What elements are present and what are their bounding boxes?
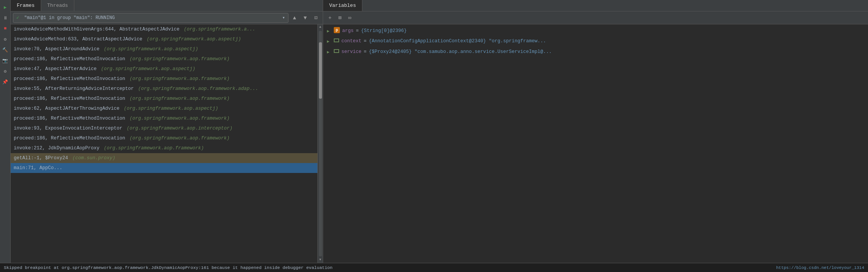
dropdown-chevron-icon: ▾ xyxy=(282,15,285,21)
sidebar-pin-icon[interactable]: 📌 xyxy=(1,78,10,86)
frame-pkg: (org.springframework.aop.aspectj) xyxy=(104,46,199,52)
frame-item[interactable]: invokeAdviceMethodWithGivenArgs:644, Abs… xyxy=(11,24,317,34)
frame-pkg: (com.sun.proxy) xyxy=(72,155,115,161)
frame-method: proceed:186, ReflectiveMethodInvocation xyxy=(14,96,125,101)
frame-method: invoke:212, JdkDynamicAopProxy xyxy=(14,146,99,151)
frame-item[interactable]: proceed:186, ReflectiveMethodInvocation … xyxy=(11,74,317,84)
frame-method: proceed:186, ReflectiveMethodInvocation xyxy=(14,116,125,121)
status-message: Skipped breakpoint at org.springframewor… xyxy=(4,265,776,270)
scroll-down-arrow[interactable]: ▼ xyxy=(319,257,322,263)
left-sidebar: ▶ ⏸ ■ ⚙ 🔨 📷 ⚙ 📌 xyxy=(0,0,11,263)
frames-toolbar: ✓ "main"@1 in group "main": RUNNING ▾ ▲ … xyxy=(11,11,323,24)
expand-icon-args[interactable]: ▶ xyxy=(327,28,332,35)
up-arrow-btn[interactable]: ▲ xyxy=(290,13,299,22)
tab-threads[interactable]: Threads xyxy=(41,0,75,11)
scroll-up-arrow[interactable]: ▲ xyxy=(319,24,322,30)
frame-item[interactable]: proceed:186, ReflectiveMethodInvocation … xyxy=(11,54,317,64)
frame-method: invokeAdviceMethod:633, AbstractAspectJA… xyxy=(14,37,143,42)
thread-dropdown-label: "main"@1 in group "main": RUNNING xyxy=(24,15,115,21)
frame-item[interactable]: proceed:186, ReflectiveMethodInvocation … xyxy=(11,94,317,104)
frame-pkg: (org.springframework.aop.aspectj) xyxy=(101,66,195,72)
var-icon-p-args: p xyxy=(334,27,340,33)
var-icon-rect-context xyxy=(334,38,339,42)
frame-pkg: (org.springframework.aop.framework) xyxy=(130,116,230,121)
frame-method: proceed:186, ReflectiveMethodInvocation xyxy=(14,56,125,62)
expand-icon-service[interactable]: ▶ xyxy=(327,49,332,56)
check-icon: ✓ xyxy=(16,15,19,21)
variables-panel: Variables + ⊞ ∞ ▶ p args = {String[0]@23… xyxy=(323,0,868,263)
frame-item[interactable]: invoke:62, AspectJAfterThrowingAdvice (o… xyxy=(11,104,317,114)
sidebar-stop-icon[interactable]: ■ xyxy=(1,24,10,33)
var-icon-rect-service xyxy=(334,49,339,53)
scroll-thumb xyxy=(319,42,322,99)
frame-item-selected[interactable]: main:71, AppCo... xyxy=(11,163,317,173)
scroll-track xyxy=(319,31,322,256)
frame-pkg: (org.springframework.aop.interceptor) xyxy=(127,126,233,131)
main-container: ▶ ⏸ ■ ⚙ 🔨 📷 ⚙ 📌 Frames Threads ✓ "main"@… xyxy=(0,0,868,263)
down-arrow-btn[interactable]: ▼ xyxy=(301,13,310,22)
var-equals-args: = xyxy=(356,27,359,35)
frame-pkg: (org.springframework.aop.framework) xyxy=(104,146,204,151)
frame-method: invoke:47, AspectJAfterAdvice xyxy=(14,66,97,72)
var-toolbar-icons: + ⊞ ∞ xyxy=(325,13,354,22)
frame-method: invokeAdviceMethodWithGivenArgs:644, Abs… xyxy=(14,27,179,32)
frame-item[interactable]: invoke:212, JdkDynamicAopProxy (org.spri… xyxy=(11,143,317,153)
frames-list: invokeAdviceMethodWithGivenArgs:644, Abs… xyxy=(11,24,317,263)
frames-panel: Frames Threads ✓ "main"@1 in group "main… xyxy=(11,0,323,263)
frame-method: invoke:62, AspectJAfterThrowingAdvice xyxy=(14,106,120,111)
frame-item[interactable]: invoke:70, AspectJAroundAdvice (org.spri… xyxy=(11,44,317,54)
var-eye-btn[interactable]: ∞ xyxy=(345,13,354,22)
frame-pkg: (org.springframework.aop.framework) xyxy=(130,96,230,101)
frame-pkg: (org.springframework.a... xyxy=(184,27,256,32)
frame-method: proceed:186, ReflectiveMethodInvocation xyxy=(14,136,125,141)
frame-method: getAll:-1, $Proxy24 xyxy=(14,155,68,161)
sidebar-gear2-icon[interactable]: ⚙ xyxy=(1,67,10,75)
frame-pkg: (org.springframework.aop.aspectj) xyxy=(147,37,241,42)
frames-content-area: invokeAdviceMethodWithGivenArgs:644, Abs… xyxy=(11,24,323,263)
sidebar-build-icon[interactable]: 🔨 xyxy=(1,46,10,54)
expand-icon-context[interactable]: ▶ xyxy=(327,38,332,45)
frame-method: main:71, AppCo... xyxy=(14,165,62,171)
frame-item-highlighted[interactable]: getAll:-1, $Proxy24 (com.sun.proxy) xyxy=(11,153,317,163)
status-url: https://blog.csdn.net/loveyour_1314 xyxy=(776,266,864,270)
frame-method: invoke:70, AspectJAroundAdvice xyxy=(14,46,99,52)
frame-item[interactable]: proceed:186, ReflectiveMethodInvocation … xyxy=(11,133,317,143)
var-item-args[interactable]: ▶ p args = {String[0]@2396} xyxy=(323,26,868,36)
thread-dropdown[interactable]: ✓ "main"@1 in group "main": RUNNING ▾ xyxy=(13,13,288,23)
frame-method: proceed:186, ReflectiveMethodInvocation xyxy=(14,76,125,82)
frame-pkg: (org.springframework.aop.framework) xyxy=(130,56,230,62)
frame-pkg: (org.springframework.aop.framework.adap.… xyxy=(138,86,258,91)
variables-toolbar: + ⊞ ∞ xyxy=(323,11,868,24)
frame-pkg: (org.springframework.aop.framework) xyxy=(130,136,230,141)
var-plus-btn[interactable]: + xyxy=(325,13,335,22)
filter-btn[interactable]: ⊡ xyxy=(311,13,320,22)
sidebar-run-icon[interactable]: ▶ xyxy=(1,3,10,11)
var-copy-btn[interactable]: ⊞ xyxy=(335,13,344,22)
frame-item[interactable]: invoke:93, ExposeInvocationInterceptor (… xyxy=(11,123,317,133)
var-item-service[interactable]: ▶ service = {$Proxy24@2405} "com.samubo.… xyxy=(323,47,868,57)
tab-frames[interactable]: Frames xyxy=(11,0,41,11)
var-value-context: {AnnotationConfigApplicationContext@2340… xyxy=(369,37,546,45)
var-equals-context: = xyxy=(364,37,367,45)
frame-item[interactable]: invoke:47, AspectJAfterAdvice (org.sprin… xyxy=(11,64,317,74)
var-name-args: args xyxy=(342,27,354,35)
var-value-args: {String[0]@2396} xyxy=(361,27,407,35)
frame-item[interactable]: proceed:186, ReflectiveMethodInvocation … xyxy=(11,114,317,123)
var-name-context: context xyxy=(341,37,362,45)
frame-item[interactable]: invokeAdviceMethod:633, AbstractAspectJA… xyxy=(11,34,317,44)
frame-pkg: (org.springframework.aop.framework) xyxy=(130,76,230,82)
frame-method: invoke:93, ExposeInvocationInterceptor xyxy=(14,126,122,131)
frame-method: invoke:55, AfterReturningAdviceIntercept… xyxy=(14,86,134,91)
tab-variables[interactable]: Variables xyxy=(323,0,362,11)
sidebar-pause-icon[interactable]: ⏸ xyxy=(1,14,10,22)
sidebar-camera-icon[interactable]: 📷 xyxy=(1,56,10,65)
var-equals-service: = xyxy=(364,48,367,56)
variables-list: ▶ p args = {String[0]@2396} ▶ context = … xyxy=(323,24,868,263)
frames-scrollbar: ▲ ▼ xyxy=(317,24,323,263)
var-name-service: service xyxy=(341,48,362,56)
variables-tabs: Variables xyxy=(323,0,868,11)
frame-item[interactable]: invoke:55, AfterReturningAdviceIntercept… xyxy=(11,84,317,94)
var-item-context[interactable]: ▶ context = {AnnotationConfigApplication… xyxy=(323,36,868,46)
sidebar-settings-icon[interactable]: ⚙ xyxy=(1,35,10,43)
status-bar: Skipped breakpoint at org.springframewor… xyxy=(0,263,868,272)
